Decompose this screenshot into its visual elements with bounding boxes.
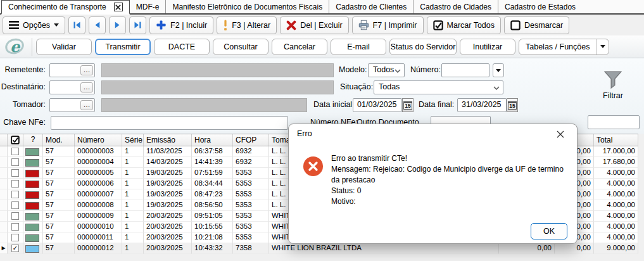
imprimir-button[interactable]: F7 | Imprimir	[352, 16, 424, 34]
alterar-button[interactable]: F3 | Alterar	[217, 16, 277, 34]
cell-emissao: 19/03/2025	[144, 200, 192, 211]
chevron-down-icon[interactable]	[596, 39, 609, 54]
row-checkbox[interactable]	[11, 158, 19, 166]
cancelar-button[interactable]: Cancelar	[272, 39, 327, 55]
row-selector-cell	[0, 157, 8, 168]
email-button[interactable]: E-mail	[331, 39, 386, 55]
tab-conhecimento-de-transporte[interactable]: Conhecimento de Transporte	[1, 0, 130, 15]
modelo-label: Modelo:	[339, 65, 367, 74]
dacte-button[interactable]: DACTE	[154, 39, 210, 55]
row-checkbox[interactable]	[11, 223, 19, 231]
col-total[interactable]: Total	[594, 134, 638, 146]
cell-numero: 000000003	[75, 146, 122, 157]
col-emissao[interactable]: Emissão	[144, 134, 192, 146]
lookup-ellipsis-button[interactable]: …	[80, 82, 93, 92]
select-all-checkbox[interactable]	[8, 134, 23, 146]
transmitir-button[interactable]: Transmitir	[95, 39, 151, 55]
data-inicial-label: Data inicial:	[313, 100, 355, 109]
excluir-button[interactable]: Del | Excluir	[280, 16, 348, 34]
dialog-title-bar[interactable]: Erro	[289, 124, 577, 143]
cell-emissao: 19/03/2025	[144, 179, 192, 189]
cell-hora: 06:37:58	[192, 146, 233, 157]
dialog-close-button[interactable]	[550, 127, 571, 141]
row-checkbox[interactable]	[11, 180, 19, 188]
tomador-input[interactable]: …	[49, 98, 95, 112]
row-status-cell	[23, 200, 43, 211]
row-selector-cell	[0, 200, 8, 211]
next-icon	[113, 20, 122, 30]
first-record-button[interactable]	[68, 16, 85, 34]
numero-input[interactable]	[441, 63, 489, 77]
outro-documento-input[interactable]	[588, 115, 640, 129]
status-swatch	[25, 191, 39, 199]
data-inicial-input[interactable]: 01/03/2025	[353, 98, 402, 112]
row-checkbox[interactable]	[11, 191, 19, 198]
data-inicial-calendar-button[interactable]: 15	[402, 98, 414, 112]
cell-cfop: 6932	[233, 146, 269, 157]
remetente-input[interactable]: …	[49, 63, 95, 77]
row-checkbox[interactable]: ✓	[11, 245, 19, 252]
row-checkbox[interactable]	[11, 201, 19, 209]
status-swatch	[25, 245, 39, 253]
chave-nfe-input[interactable]	[51, 116, 288, 130]
situacao-select[interactable]: Todas	[374, 80, 503, 94]
cell-serie: 1	[122, 179, 144, 189]
cell-total: 4.000,00	[594, 200, 638, 211]
col-hora[interactable]: Hora	[192, 134, 233, 146]
validar-button[interactable]: Validar	[36, 39, 92, 55]
cell-total: 4.000,00	[594, 222, 638, 232]
row-checkbox[interactable]	[11, 148, 19, 155]
cell-numero: 000000006	[75, 179, 122, 189]
next-record-button[interactable]	[109, 16, 126, 34]
status-do-servidor-button[interactable]: Status do Servidor	[389, 39, 457, 55]
modelo-select[interactable]: Todos	[368, 63, 405, 77]
row-status-cell	[23, 146, 43, 157]
destinatario-descricao-field	[101, 80, 334, 94]
row-selector-cell: ▶	[0, 243, 8, 254]
row-checkbox[interactable]	[11, 169, 19, 177]
numero-label: Número:	[410, 65, 441, 74]
col-serie[interactable]: Série	[122, 134, 144, 146]
tab-cadastro-de-clientes[interactable]: Cadastro de Clientes	[329, 0, 413, 13]
consultar-button[interactable]: Consultar	[213, 39, 268, 55]
tab-manifesto-eletronico[interactable]: Manifesto Eletrônico de Documentos Fisca…	[165, 0, 329, 13]
status-swatch	[25, 170, 39, 177]
row-checkbox[interactable]	[11, 212, 19, 220]
tab-mdfe[interactable]: MDF-e	[130, 0, 166, 13]
data-final-calendar-button[interactable]: 15	[507, 98, 518, 112]
cell-mod: 57	[43, 211, 75, 222]
opcoes-button[interactable]: Opções	[3, 16, 65, 34]
desmarcar-button[interactable]: Desmarcar	[504, 16, 569, 34]
destinatario-input[interactable]: …	[49, 80, 95, 94]
tabelas-funcoes-button[interactable]: Tabelas / Funções	[519, 39, 609, 55]
inutilizar-button[interactable]: Inutilizar	[460, 39, 515, 55]
col-row-selector	[0, 134, 8, 146]
incluir-button[interactable]: F2 | Incluir	[149, 16, 213, 34]
tab-cadastro-de-estados[interactable]: Cadastro de Estados	[498, 0, 582, 13]
tab-cadastro-de-cidades[interactable]: Cadastro de Cidades	[413, 0, 498, 13]
data-final-input[interactable]: 31/03/2025	[457, 98, 507, 112]
table-row[interactable]: ▶✓57000000012120/03/202510:43:327358WHIT…	[0, 243, 638, 254]
cell-serie: 1	[122, 146, 144, 157]
numero-dropdown-button[interactable]	[493, 63, 504, 77]
col-numero[interactable]: Número	[75, 134, 122, 146]
checkbox-empty-icon	[510, 20, 521, 30]
last-record-button[interactable]	[129, 16, 146, 34]
data-final-label: Data final:	[419, 100, 454, 109]
cell-mod: 57	[43, 232, 75, 243]
lookup-ellipsis-button[interactable]: …	[80, 100, 93, 110]
lookup-ellipsis-button[interactable]: …	[80, 65, 93, 75]
row-checkbox[interactable]	[11, 234, 19, 241]
filtrar-button[interactable]	[602, 69, 624, 91]
ok-button[interactable]: OK	[531, 223, 567, 239]
close-tab-icon[interactable]	[114, 3, 123, 11]
cell-serie: 1	[122, 232, 144, 243]
status-swatch	[25, 213, 39, 220]
previous-record-button[interactable]	[89, 16, 106, 34]
cell-mod: 57	[43, 222, 75, 232]
col-status[interactable]: ?	[23, 134, 43, 146]
col-cfop[interactable]: CFOP	[233, 134, 269, 146]
row-checkbox-cell	[8, 189, 23, 200]
col-mod[interactable]: Mod.	[43, 134, 75, 146]
marcar-todos-button[interactable]: Marcar Todos	[427, 16, 502, 34]
